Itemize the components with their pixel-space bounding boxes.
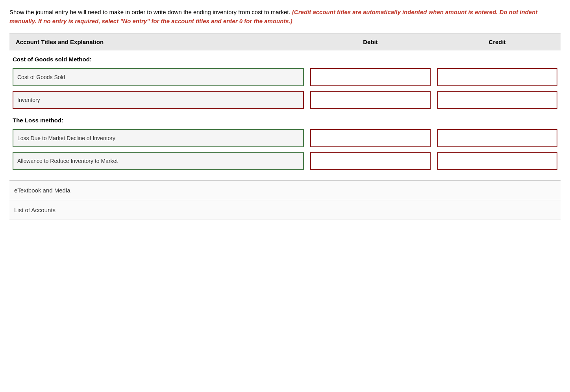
account-input-1-1[interactable] xyxy=(13,152,304,170)
header-debit: Debit xyxy=(307,34,434,50)
debit-input-1-1[interactable] xyxy=(310,152,431,170)
header-credit: Credit xyxy=(434,34,561,50)
section-label-row-1: The Loss method: xyxy=(9,111,561,127)
debit-input-0-1[interactable] xyxy=(310,91,431,109)
etextbook-media-item[interactable]: eTextbook and Media xyxy=(9,181,561,200)
list-of-accounts-label: List of Accounts xyxy=(14,207,56,213)
credit-input-0-0[interactable] xyxy=(437,68,557,86)
credit-input-0-1[interactable] xyxy=(437,91,557,109)
bottom-section: eTextbook and Media List of Accounts xyxy=(9,180,561,220)
debit-input-0-0[interactable] xyxy=(310,68,431,86)
etextbook-media-label: eTextbook and Media xyxy=(14,187,70,194)
account-input-1-0[interactable] xyxy=(13,129,304,147)
section-label-1: The Loss method: xyxy=(13,117,63,124)
account-input-0-1[interactable] xyxy=(13,91,304,109)
entry-row-0-0 xyxy=(9,66,561,89)
debit-input-1-0[interactable] xyxy=(310,129,431,147)
instruction-paragraph: Show the journal entry he will need to m… xyxy=(9,8,561,26)
journal-table: Account Titles and Explanation Debit Cre… xyxy=(9,33,561,172)
instruction-main: Show the journal entry he will need to m… xyxy=(9,9,292,15)
section-label-row-0: Cost of Goods sold Method: xyxy=(9,50,561,66)
entry-row-1-1 xyxy=(9,150,561,172)
entry-row-1-0 xyxy=(9,127,561,150)
section-label-0: Cost of Goods sold Method: xyxy=(13,56,92,63)
entry-row-0-1 xyxy=(9,89,561,111)
account-input-0-0[interactable] xyxy=(13,68,304,86)
credit-input-1-0[interactable] xyxy=(437,129,557,147)
list-of-accounts-item[interactable]: List of Accounts xyxy=(9,200,561,220)
header-account: Account Titles and Explanation xyxy=(9,34,307,50)
credit-input-1-1[interactable] xyxy=(437,152,557,170)
